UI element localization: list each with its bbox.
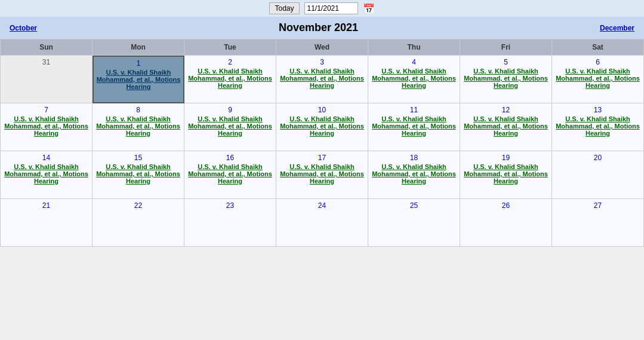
day-number: 20 [554,154,641,162]
day-cell-25[interactable]: 25 [368,199,460,247]
day-cell-14[interactable]: 14U.S. v. Khalid Shaikh Mohammad, et al.… [1,151,93,199]
day-header-thu: Thu [368,39,460,56]
event-link[interactable]: U.S. v. Khalid Shaikh Mohammad, et al., … [463,68,549,89]
day-cell-10[interactable]: 10U.S. v. Khalid Shaikh Mohammad, et al.… [276,103,368,151]
today-button[interactable]: Today [269,2,299,14]
day-number: 24 [279,201,365,210]
event-link[interactable]: U.S. v. Khalid Shaikh Mohammad, et al., … [96,69,181,90]
day-number: 9 [187,106,273,114]
day-number: 22 [95,201,181,210]
event-link[interactable]: U.S. v. Khalid Shaikh Mohammad, et al., … [95,115,181,137]
day-number: 12 [463,106,549,114]
day-number: 15 [95,154,181,162]
day-number: 4 [371,58,457,66]
calendar-icon[interactable]: 📅 [363,3,375,14]
event-link[interactable]: U.S. v. Khalid Shaikh Mohammad, et al., … [371,115,457,137]
day-cell-16[interactable]: 16U.S. v. Khalid Shaikh Mohammad, et al.… [184,151,276,199]
event-link[interactable]: U.S. v. Khalid Shaikh Mohammad, et al., … [3,115,90,137]
date-input[interactable] [304,2,358,14]
event-link[interactable]: U.S. v. Khalid Shaikh Mohammad, et al., … [187,163,273,185]
day-cell-7[interactable]: 7U.S. v. Khalid Shaikh Mohammad, et al.,… [1,103,93,151]
day-number: 21 [3,201,90,210]
day-cell-27[interactable]: 27 [552,199,644,247]
event-link[interactable]: U.S. v. Khalid Shaikh Mohammad, et al., … [95,163,181,185]
event-link[interactable]: U.S. v. Khalid Shaikh Mohammad, et al., … [463,115,549,137]
day-number: 31 [3,58,90,66]
event-link[interactable]: U.S. v. Khalid Shaikh Mohammad, et al., … [187,115,273,137]
day-cell-18[interactable]: 18U.S. v. Khalid Shaikh Mohammad, et al.… [368,151,460,199]
day-number: 27 [554,201,641,210]
day-cell-2[interactable]: 2U.S. v. Khalid Shaikh Mohammad, et al.,… [184,56,276,103]
day-cell-3[interactable]: 3U.S. v. Khalid Shaikh Mohammad, et al.,… [276,56,368,103]
day-number: 6 [554,58,641,66]
day-cell-22[interactable]: 22 [93,199,184,247]
day-cell-13[interactable]: 13U.S. v. Khalid Shaikh Mohammad, et al.… [552,103,644,151]
day-cell-24[interactable]: 24 [276,199,368,247]
day-number: 1 [96,59,181,68]
day-header-sat: Sat [552,39,644,56]
day-cell-12[interactable]: 12U.S. v. Khalid Shaikh Mohammad, et al.… [460,103,552,151]
month-header: October November 2021 December [0,17,644,39]
calendar-grid: SunMonTueWedThuFriSat311U.S. v. Khalid S… [0,39,644,247]
day-cell-1[interactable]: 1U.S. v. Khalid Shaikh Mohammad, et al.,… [93,56,184,103]
next-month-link[interactable]: December [600,24,634,32]
event-link[interactable]: U.S. v. Khalid Shaikh Mohammad, et al., … [187,68,273,89]
day-number: 11 [371,106,457,114]
event-link[interactable]: U.S. v. Khalid Shaikh Mohammad, et al., … [279,163,365,185]
day-cell-17[interactable]: 17U.S. v. Khalid Shaikh Mohammad, et al.… [276,151,368,199]
day-number: 25 [371,201,457,210]
day-header-mon: Mon [93,39,184,56]
day-cell-8[interactable]: 8U.S. v. Khalid Shaikh Mohammad, et al.,… [93,103,184,151]
day-cell-5[interactable]: 5U.S. v. Khalid Shaikh Mohammad, et al.,… [460,56,552,103]
day-number: 16 [187,154,273,162]
day-number: 2 [187,58,273,66]
day-cell-6[interactable]: 6U.S. v. Khalid Shaikh Mohammad, et al.,… [552,56,644,103]
prev-month-link[interactable]: October [10,24,37,32]
day-number: 23 [187,201,273,210]
day-header-fri: Fri [460,39,552,56]
event-link[interactable]: U.S. v. Khalid Shaikh Mohammad, et al., … [3,163,90,185]
day-number: 5 [463,58,549,66]
event-link[interactable]: U.S. v. Khalid Shaikh Mohammad, et al., … [279,68,365,89]
event-link[interactable]: U.S. v. Khalid Shaikh Mohammad, et al., … [371,68,457,89]
day-number: 8 [95,106,181,114]
day-cell-9[interactable]: 9U.S. v. Khalid Shaikh Mohammad, et al.,… [184,103,276,151]
day-number: 26 [463,201,549,210]
day-cell-4[interactable]: 4U.S. v. Khalid Shaikh Mohammad, et al.,… [368,56,460,103]
day-header-tue: Tue [184,39,276,56]
event-link[interactable]: U.S. v. Khalid Shaikh Mohammad, et al., … [554,68,641,89]
day-cell-26[interactable]: 26 [460,199,552,247]
event-link[interactable]: U.S. v. Khalid Shaikh Mohammad, et al., … [279,115,365,137]
day-number: 7 [3,106,90,114]
day-number: 18 [371,154,457,162]
day-cell-21[interactable]: 21 [1,199,93,247]
event-link[interactable]: U.S. v. Khalid Shaikh Mohammad, et al., … [554,115,641,137]
day-cell-31[interactable]: 31 [1,56,93,103]
event-link[interactable]: U.S. v. Khalid Shaikh Mohammad, et al., … [463,163,549,185]
day-cell-23[interactable]: 23 [184,199,276,247]
day-cell-20[interactable]: 20 [552,151,644,199]
event-link[interactable]: U.S. v. Khalid Shaikh Mohammad, et al., … [371,163,457,185]
day-number: 10 [279,106,365,114]
day-cell-11[interactable]: 11U.S. v. Khalid Shaikh Mohammad, et al.… [368,103,460,151]
day-number: 19 [463,154,549,162]
day-number: 3 [279,58,365,66]
top-bar: Today 📅 [0,0,644,17]
day-cell-15[interactable]: 15U.S. v. Khalid Shaikh Mohammad, et al.… [93,151,184,199]
day-header-wed: Wed [276,39,368,56]
day-cell-19[interactable]: 19U.S. v. Khalid Shaikh Mohammad, et al.… [460,151,552,199]
day-number: 13 [554,106,641,114]
day-header-sun: Sun [1,39,93,56]
month-title: November 2021 [279,22,358,34]
day-number: 14 [3,154,90,162]
day-number: 17 [279,154,365,162]
